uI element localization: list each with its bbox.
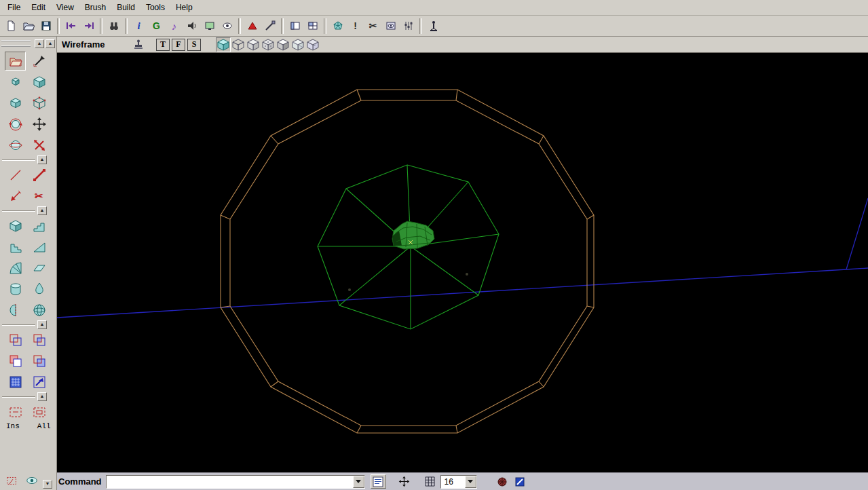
make-cylinder-button[interactable] [5, 280, 26, 299]
viewport-canvas[interactable] [57, 53, 868, 472]
view-lit-cube-button[interactable] [290, 37, 305, 52]
menu-file[interactable]: File [2, 1, 26, 14]
polyhedron-button[interactable] [329, 18, 346, 35]
make-wedge-button[interactable] [29, 238, 50, 257]
make-cube-button[interactable] [5, 216, 26, 235]
menu-tools[interactable]: Tools [140, 1, 170, 14]
nudge-button[interactable] [29, 373, 50, 392]
player-start-button[interactable] [425, 18, 442, 35]
menu-brush[interactable]: Brush [79, 1, 111, 14]
section-scroll-button[interactable]: ▲ [37, 155, 47, 164]
layout-split-button[interactable] [286, 18, 303, 35]
csg-subtract-button[interactable] [5, 352, 26, 371]
half-cylinder-icon [8, 303, 23, 318]
command-combobox[interactable] [106, 475, 365, 489]
free-rotate-button[interactable] [5, 115, 26, 134]
command-dropdown-button[interactable] [353, 476, 364, 488]
rotation-wheel-button[interactable] [495, 474, 510, 489]
find-button[interactable] [105, 18, 122, 35]
view-textured-cube-button[interactable] [261, 37, 276, 52]
draw-line-button[interactable] [5, 166, 26, 185]
view-wire-cube-button[interactable] [231, 37, 246, 52]
vertex-edit-button[interactable] [29, 94, 50, 113]
solid-edit-button[interactable] [5, 94, 26, 113]
extra-select-button[interactable] [3, 472, 21, 489]
visibility-button[interactable] [23, 472, 41, 489]
menu-view[interactable]: View [51, 1, 79, 14]
open-file-button[interactable] [20, 18, 37, 35]
speaker-button[interactable] [183, 18, 200, 35]
axis-rotate-button[interactable] [5, 136, 26, 155]
monitor-icon [204, 20, 216, 32]
section-scroll-button[interactable]: ▲ [37, 320, 47, 329]
delete-face-button[interactable] [244, 18, 261, 35]
cut-button[interactable]: ✂ [364, 18, 381, 35]
select-object-button[interactable] [5, 52, 26, 71]
select-all-button[interactable] [29, 402, 50, 421]
csg-union-button[interactable] [5, 331, 26, 350]
palette-divider: ▲ [0, 155, 56, 164]
info-button[interactable]: i [130, 18, 147, 35]
layout-tile-button[interactable] [304, 18, 321, 35]
texture-view-button[interactable] [382, 18, 399, 35]
draw-edge-button[interactable] [29, 166, 50, 185]
new-file-button[interactable] [2, 18, 19, 35]
save-button[interactable] [37, 18, 54, 35]
texture-lock-button[interactable] [512, 474, 527, 489]
menu-build[interactable]: Build [111, 1, 140, 14]
palette-gripper[interactable] [1, 40, 31, 47]
make-cone-button[interactable] [29, 280, 50, 299]
game-config-button[interactable]: G [148, 18, 165, 35]
menu-edit[interactable]: Edit [26, 1, 51, 14]
camera-button[interactable] [219, 18, 235, 35]
make-stairs-button[interactable] [29, 216, 50, 235]
move-object-button[interactable] [29, 52, 50, 71]
go-back-button[interactable] [62, 18, 79, 35]
sound-button[interactable]: ♪ [166, 18, 183, 35]
texture-mode-label: T [160, 39, 166, 50]
slope-tool-button[interactable] [261, 18, 278, 35]
scroll-up-left-button[interactable]: ▲ [35, 39, 44, 48]
go-forward-button[interactable] [80, 18, 97, 35]
stamp-button[interactable] [130, 36, 147, 53]
texture-mode-button[interactable]: T [156, 39, 170, 51]
select-inside-button[interactable] [5, 402, 26, 421]
vertex-drag-button[interactable] [5, 187, 26, 206]
scroll-up-right-button[interactable]: ▲ [45, 39, 55, 48]
section-scroll-button[interactable]: ▲ [37, 206, 47, 215]
solid-mode-button[interactable]: S [187, 39, 201, 51]
binoculars-icon [108, 20, 120, 32]
make-half-cylinder-button[interactable] [5, 301, 26, 320]
grid-size-select[interactable]: 16 [440, 475, 477, 489]
view-flat-cube-button[interactable] [246, 37, 261, 52]
section-scroll-button[interactable]: ▲ [37, 392, 47, 401]
command-input[interactable] [107, 476, 353, 488]
grid-size-dropdown-button[interactable] [465, 476, 476, 488]
large-brush-button[interactable] [29, 73, 50, 92]
grid-toggle-button[interactable] [423, 474, 438, 489]
view-shaded-cube-button[interactable] [276, 37, 290, 52]
mixer-button[interactable] [400, 18, 417, 35]
pan-mode-button[interactable] [397, 474, 412, 489]
view-solid-cube-button[interactable] [216, 37, 231, 52]
view-outline-cube-button[interactable] [305, 37, 320, 52]
pan-view-button[interactable] [29, 115, 50, 134]
grid-snap-button[interactable] [5, 373, 26, 392]
clip-plane-button[interactable]: ✂ [29, 187, 50, 206]
face-mode-button[interactable]: F [172, 39, 185, 51]
make-stairs-mirror-button[interactable] [5, 238, 26, 257]
make-sheet-button[interactable] [29, 259, 50, 278]
csg-carve-button[interactable] [29, 352, 50, 371]
small-brush-button[interactable] [5, 73, 26, 92]
console-list-button[interactable] [371, 474, 386, 489]
scale-button[interactable] [29, 136, 50, 155]
scroll-down-button[interactable]: ▼ [43, 480, 52, 489]
csg-intersect-button[interactable] [29, 331, 50, 350]
display-button[interactable] [201, 18, 218, 35]
check-problems-button[interactable]: ! [347, 18, 364, 35]
make-arch-button[interactable] [5, 259, 26, 278]
make-sphere-button[interactable] [29, 301, 50, 320]
toolbar-separator [419, 18, 422, 34]
thin-line-icon [8, 168, 23, 183]
menu-help[interactable]: Help [170, 1, 198, 14]
